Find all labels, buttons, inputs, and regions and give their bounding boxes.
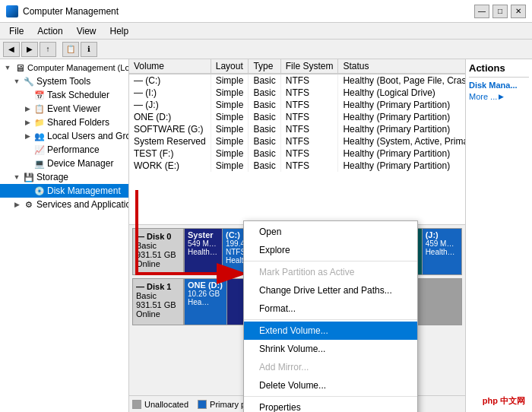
sidebar-item-device-manager[interactable]: 💻 Device Manager xyxy=(0,157,128,170)
cell-volume: ONE (D:) xyxy=(129,111,211,123)
col-filesystem[interactable]: File System xyxy=(280,59,338,74)
local-users-icon: 👥 xyxy=(33,130,46,142)
sidebar-item-local-users[interactable]: ▶ 👥 Local Users and Groups xyxy=(0,129,128,143)
toolbar-back[interactable]: ◀ xyxy=(3,42,20,57)
ctx-mark-active: Mark Partition as Active xyxy=(244,263,417,281)
disk0-status: Online xyxy=(136,259,180,268)
disk0-type: Basic xyxy=(136,241,180,250)
ctx-shrink-volume[interactable]: Shrink Volume... xyxy=(244,340,417,358)
sidebar-item-label-shared-folders: Shared Folders xyxy=(46,117,109,128)
disk-management-icon: 💿 xyxy=(33,185,46,197)
table-row[interactable]: System Reserved Simple Basic NTFS Health… xyxy=(129,135,465,147)
minimize-button[interactable]: — xyxy=(474,5,489,18)
storage-expand-icon: ▼ xyxy=(11,173,23,181)
cell-volume: WORK (E:) xyxy=(129,160,211,172)
legend-unallocated: Unallocated xyxy=(132,400,188,409)
col-type[interactable]: Type xyxy=(249,59,280,74)
ctx-properties[interactable]: Properties xyxy=(244,398,417,412)
table-row[interactable]: — (C:) Simple Basic NTFS Healthy (Boot, … xyxy=(129,74,465,87)
close-button[interactable]: ✕ xyxy=(511,5,526,18)
system-tools-icon: 🔧 xyxy=(23,75,35,87)
sidebar-item-task-scheduler[interactable]: 📅 Task Scheduler xyxy=(0,88,128,102)
cell-volume: — (C:) xyxy=(129,74,211,87)
event-viewer-expand-icon: ▶ xyxy=(21,105,33,113)
cell-layout: Simple xyxy=(211,99,249,111)
table-row[interactable]: — (J:) Simple Basic NTFS Healthy (Primar… xyxy=(129,99,465,111)
disk0-partition-system[interactable]: Syster 549 M… Health… xyxy=(185,229,223,274)
sidebar-item-label-system-tools: System Tools xyxy=(35,76,90,87)
col-layout[interactable]: Layout xyxy=(211,59,249,74)
sidebar-item-services[interactable]: ▶ ⚙ Services and Applications xyxy=(0,198,128,211)
cell-volume: SOFTWARE (G:) xyxy=(129,123,211,135)
cell-layout: Simple xyxy=(211,87,249,99)
sidebar-item-event-viewer[interactable]: ▶ 📋 Event Viewer xyxy=(0,102,128,116)
legend-unallocated-box xyxy=(132,400,141,409)
cell-status: Healthy (Primary Partition) xyxy=(338,147,465,160)
ctx-format[interactable]: Format... xyxy=(244,299,417,318)
services-icon: ⚙ xyxy=(23,198,35,211)
menu-help[interactable]: Help xyxy=(104,24,135,38)
toolbar-up[interactable]: ↑ xyxy=(40,42,56,57)
disk0-partition-j[interactable]: (J:) 459 M… Health… xyxy=(423,229,461,274)
sidebar-item-label-task-scheduler: Task Scheduler xyxy=(46,90,109,100)
disk1-status: Online xyxy=(136,309,180,319)
context-menu: Open Explore Mark Partition as Active Ch… xyxy=(243,220,418,412)
toolbar-forward[interactable]: ▶ xyxy=(21,42,38,57)
cell-fs: NTFS xyxy=(280,160,338,172)
sidebar-item-storage[interactable]: ▼ 💾 Storage xyxy=(0,170,128,184)
toolbar: ◀ ▶ ↑ 📋 ℹ xyxy=(0,40,532,59)
sidebar-item-label-local-users: Local Users and Groups xyxy=(46,131,129,141)
maximize-button[interactable]: □ xyxy=(492,5,508,18)
ctx-open[interactable]: Open xyxy=(244,223,417,241)
table-row[interactable]: WORK (E:) Simple Basic NTFS Healthy (Pri… xyxy=(129,160,465,172)
table-row[interactable]: — (I:) Simple Basic NTFS Healthy (Logica… xyxy=(129,87,465,99)
menu-bar: File Action View Help xyxy=(0,23,532,40)
actions-arrow-icon: ▶ xyxy=(499,93,504,100)
toolbar-info[interactable]: ℹ xyxy=(81,42,97,57)
sidebar-item-shared-folders[interactable]: ▶ 📁 Shared Folders xyxy=(0,116,128,129)
cell-volume: — (I:) xyxy=(129,87,211,99)
sidebar: ▼ 🖥 Computer Management (Local ▼ 🔧 Syste… xyxy=(0,59,129,412)
col-volume[interactable]: Volume xyxy=(129,59,211,74)
menu-view[interactable]: View xyxy=(71,24,103,38)
cell-type: Basic xyxy=(249,74,280,87)
sidebar-item-performance[interactable]: 📈 Performance xyxy=(0,143,128,157)
cell-fs: NTFS xyxy=(280,123,338,135)
actions-more-row: More ... ▶ xyxy=(469,91,529,102)
cell-status: Healthy (Logical Drive) xyxy=(338,87,465,99)
cell-fs: NTFS xyxy=(280,99,338,111)
cell-volume: System Reserved xyxy=(129,135,211,147)
device-manager-icon: 💻 xyxy=(33,157,46,170)
cell-layout: Simple xyxy=(211,135,249,147)
ctx-change-letter[interactable]: Change Drive Letter and Paths... xyxy=(244,281,417,299)
disk0-label: — Disk 0 Basic 931.51 GB Online xyxy=(132,228,184,275)
ctx-explore[interactable]: Explore xyxy=(244,241,417,259)
table-row[interactable]: TEST (F:) Simple Basic NTFS Healthy (Pri… xyxy=(129,147,465,160)
shared-folders-icon: 📁 xyxy=(33,116,46,128)
menu-action[interactable]: Action xyxy=(31,24,68,38)
cell-type: Basic xyxy=(249,160,280,172)
toolbar-show-hide[interactable]: 📋 xyxy=(62,42,79,57)
menu-file[interactable]: File xyxy=(3,24,30,38)
storage-icon: 💾 xyxy=(23,171,35,183)
sidebar-root[interactable]: ▼ 🖥 Computer Management (Local xyxy=(0,61,128,74)
task-scheduler-expand-icon xyxy=(21,91,33,99)
cell-volume: — (J:) xyxy=(129,99,211,111)
disk1-name: — Disk 1 xyxy=(136,282,180,291)
table-row[interactable]: SOFTWARE (G:) Simple Basic NTFS Healthy … xyxy=(129,123,465,135)
col-status[interactable]: Status xyxy=(338,59,465,74)
performance-expand-icon xyxy=(21,146,33,154)
php-watermark: php 中文网 xyxy=(480,395,527,407)
sidebar-item-disk-management[interactable]: 💿 Disk Management xyxy=(0,184,128,198)
disk1-partition-one[interactable]: ONE (D:) 10.26 GB Hea… xyxy=(185,279,227,325)
actions-title: Actions xyxy=(469,62,529,78)
ctx-extend-volume[interactable]: Extend Volume... xyxy=(244,322,417,340)
ctx-delete-volume[interactable]: Delete Volume... xyxy=(244,376,417,395)
actions-section-title[interactable]: Disk Mana... xyxy=(469,81,529,90)
list-view[interactable]: Volume Layout Type File System Status — … xyxy=(129,59,465,225)
actions-more-link[interactable]: More ... xyxy=(469,91,497,102)
cell-status: Healthy (Boot, Page File, Crash Dump, Pr… xyxy=(338,74,465,87)
sidebar-item-system-tools[interactable]: ▼ 🔧 System Tools xyxy=(0,74,128,88)
sidebar-item-label-event-viewer: Event Viewer xyxy=(46,103,100,114)
table-row[interactable]: ONE (D:) Simple Basic NTFS Healthy (Prim… xyxy=(129,111,465,123)
